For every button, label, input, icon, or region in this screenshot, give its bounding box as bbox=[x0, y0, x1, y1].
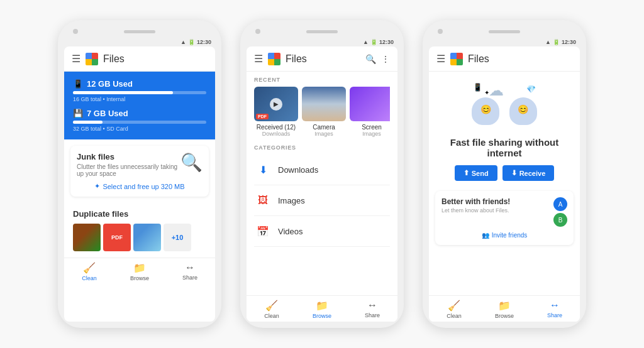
recent-section: RECENT ▶ PDF Received (12) Downloads Cam… bbox=[247, 72, 397, 142]
recent-thumb-0: ▶ PDF bbox=[254, 87, 298, 121]
receive-button[interactable]: ⬇ Receive bbox=[502, 165, 555, 181]
avatar-1: A bbox=[553, 197, 567, 211]
people-icon: 👥 bbox=[482, 232, 489, 239]
send-button[interactable]: ⬆ Send bbox=[455, 165, 497, 181]
dup-thumb-1 bbox=[73, 224, 101, 251]
screen-1: ☰ Files 📱 12 GB Used 16 GB tot bbox=[64, 46, 215, 322]
nav-clean-1[interactable]: 🧹 Clean bbox=[64, 262, 114, 281]
speaker-3 bbox=[489, 30, 520, 33]
recent-title-1: Camera bbox=[313, 124, 335, 131]
storage-sd: 💾 7 GB Used 32 GB total • SD Card bbox=[73, 109, 206, 132]
nav-browse-1[interactable]: 📁 Browse bbox=[114, 262, 165, 281]
app-title-2: Files bbox=[286, 53, 360, 65]
ghost-face-right: 😊 bbox=[518, 104, 528, 114]
recent-sub-2: Images bbox=[362, 131, 381, 137]
signal-icon-3: ▲ bbox=[545, 39, 551, 45]
menu-icon-1[interactable]: ☰ bbox=[72, 53, 80, 65]
categories-label: CATEGORIES bbox=[254, 144, 390, 151]
friends-card: Better with friends! Let them know about… bbox=[435, 191, 574, 245]
recent-item-1[interactable]: Camera Images bbox=[302, 87, 346, 137]
select-free-button[interactable]: ✦ Select and free up 320 MB bbox=[77, 182, 203, 190]
share-icon-2: ↔ bbox=[367, 300, 377, 311]
recent-item-0[interactable]: ▶ PDF Received (12) Downloads bbox=[254, 87, 298, 137]
junk-title: Junk files bbox=[77, 152, 180, 161]
cloud-icon: ☁ bbox=[489, 82, 504, 99]
battery-icon-3: 🔋 bbox=[553, 39, 560, 45]
time-1: 12:30 bbox=[197, 39, 211, 45]
phone-3: ▲ 🔋 12:30 ☰ Files bbox=[423, 20, 586, 328]
screen-3: ☰ Files ☁ 📱 💎 ✦ bbox=[429, 46, 580, 322]
nav-clean-3[interactable]: 🧹 Clean bbox=[429, 300, 479, 319]
search-icon-2[interactable]: 🔍 bbox=[365, 54, 376, 64]
category-downloads[interactable]: ⬇ Downloads bbox=[254, 155, 390, 185]
receive-icon: ⬇ bbox=[511, 169, 517, 177]
menu-icon-3[interactable]: ☰ bbox=[436, 53, 445, 65]
dup-thumb-3 bbox=[133, 224, 161, 251]
float-icon-1: 📱 bbox=[473, 83, 482, 92]
phone-1: ▲ 🔋 12:30 ☰ Files 📱 12 GB Used bbox=[58, 20, 221, 328]
battery-icon-2: 🔋 bbox=[370, 39, 377, 45]
app-title-1: Files bbox=[103, 53, 208, 65]
videos-icon: 📅 bbox=[254, 222, 272, 240]
category-images[interactable]: 🖼 Images bbox=[254, 185, 390, 216]
play-btn-0: ▶ bbox=[270, 98, 282, 111]
nav-share-3[interactable]: ↔ Share bbox=[530, 300, 580, 319]
recent-sub-0: Downloads bbox=[262, 131, 291, 137]
videos-name: Videos bbox=[278, 227, 303, 236]
phone-top-1 bbox=[64, 29, 215, 39]
phone-top-3 bbox=[429, 29, 580, 39]
menu-icon-2[interactable]: ☰ bbox=[254, 53, 263, 65]
signal-icon-1: ▲ bbox=[180, 39, 186, 45]
pdf-badge-0: PDF bbox=[256, 114, 269, 119]
browse-icon-2: 📁 bbox=[316, 300, 328, 312]
camera-3 bbox=[438, 29, 443, 34]
category-videos[interactable]: 📅 Videos bbox=[254, 216, 390, 247]
share-icon-3: ↔ bbox=[550, 300, 560, 311]
float-icon-2: 💎 bbox=[526, 85, 536, 94]
more-icon-2[interactable]: ⋮ bbox=[381, 54, 390, 64]
clean-icon-2: 🧹 bbox=[265, 300, 278, 312]
duplicate-section: Duplicate files PDF +10 bbox=[64, 203, 215, 258]
app-header-3: ☰ Files bbox=[429, 46, 580, 72]
storage-bar-1 bbox=[73, 91, 173, 94]
recent-item-2[interactable]: Screen Images bbox=[350, 87, 390, 137]
junk-icon: 🔍 bbox=[180, 152, 203, 173]
nav-clean-2[interactable]: 🧹 Clean bbox=[247, 300, 297, 319]
sd-icon: 💾 bbox=[73, 109, 83, 118]
nav-browse-3[interactable]: 📁 Browse bbox=[479, 300, 530, 319]
nav-share-1[interactable]: ↔ Share bbox=[165, 262, 215, 281]
invite-button[interactable]: 👥 Invite friends bbox=[441, 232, 567, 239]
dup-thumb-2: PDF bbox=[103, 224, 131, 251]
friends-title: Better with friends! bbox=[441, 197, 553, 206]
app-logo-1 bbox=[86, 53, 98, 65]
recent-sub-1: Images bbox=[314, 131, 333, 137]
camera-2 bbox=[255, 29, 260, 34]
nav-browse-2[interactable]: 📁 Browse bbox=[297, 300, 347, 319]
clean-icon-1: 🧹 bbox=[83, 262, 96, 274]
status-bar-2: ▲ 🔋 12:30 bbox=[247, 39, 397, 46]
ghost-face-left: 😊 bbox=[480, 104, 491, 114]
phone-icon: 📱 bbox=[73, 79, 83, 89]
app-header-2: ☰ Files 🔍 ⋮ bbox=[247, 46, 397, 72]
recent-title-0: Received (12) bbox=[257, 124, 296, 131]
dup-thumb-more: +10 bbox=[164, 224, 191, 251]
app-title-3: Files bbox=[468, 53, 572, 65]
phone-top-2 bbox=[247, 29, 397, 39]
recent-label: RECENT bbox=[254, 77, 390, 83]
speaker-2 bbox=[306, 30, 338, 33]
send-icon: ⬆ bbox=[464, 169, 469, 177]
recent-thumb-2 bbox=[350, 87, 390, 121]
speaker-1 bbox=[124, 30, 155, 33]
downloads-name: Downloads bbox=[278, 165, 318, 175]
share-section: ☁ 📱 💎 ✦ 😊 😊 Fast file sharing without in… bbox=[429, 72, 580, 191]
storage-section: 📱 12 GB Used 16 GB total • Internal 💾 7 … bbox=[64, 72, 215, 139]
recent-thumb-1 bbox=[302, 87, 346, 121]
recent-grid: ▶ PDF Received (12) Downloads Camera Ima… bbox=[254, 87, 390, 137]
share-btns: ⬆ Send ⬇ Receive bbox=[455, 165, 555, 181]
duplicate-title: Duplicate files bbox=[73, 209, 206, 219]
star-icon: ✦ bbox=[94, 182, 100, 190]
friends-avatars: A B bbox=[553, 197, 567, 227]
status-bar-1: ▲ 🔋 12:30 bbox=[64, 39, 215, 46]
avatar-2: B bbox=[553, 213, 567, 227]
nav-share-2[interactable]: ↔ Share bbox=[347, 300, 397, 319]
